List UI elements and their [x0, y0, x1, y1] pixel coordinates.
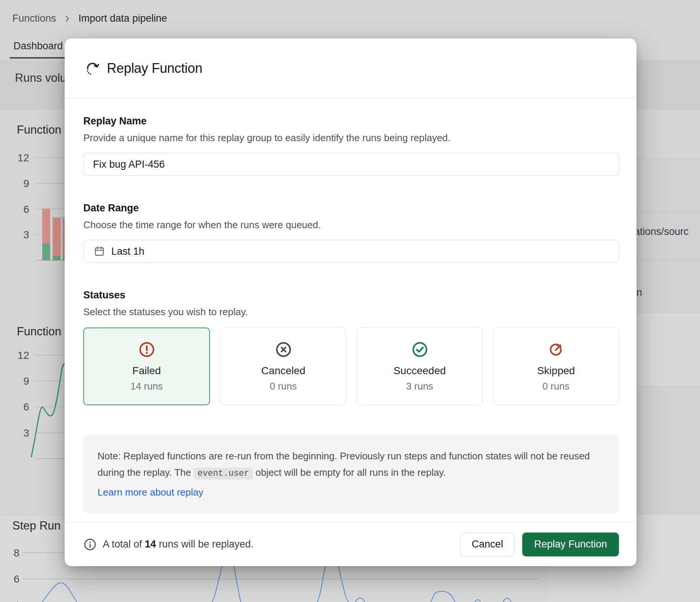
table-row: n	[636, 260, 700, 313]
date-range-label: Date Range	[83, 202, 619, 214]
svg-text:3: 3	[23, 427, 29, 439]
dialog-header: Replay Function	[65, 38, 636, 99]
info-icon	[83, 538, 97, 551]
breadcrumb-functions[interactable]: Functions	[12, 13, 56, 24]
statuses-description: Select the statuses you wish to replay.	[83, 306, 619, 318]
panel-title-step-runs: Step Run	[12, 519, 61, 533]
note-text: Note: Replayed functions are re-run from…	[97, 448, 605, 482]
date-range-value: Last 1h	[111, 246, 145, 257]
svg-text:8: 8	[13, 547, 19, 559]
table-row	[636, 313, 700, 387]
status-card-canceled[interactable]: Canceled 0 runs	[220, 328, 346, 405]
svg-text:6: 6	[13, 573, 19, 585]
breadcrumb: Functions Import data pipeline	[12, 13, 167, 24]
summary-suffix: runs will be replayed.	[156, 539, 254, 550]
background-table: ations/sourc n	[636, 109, 700, 515]
section-title-clipped: Runs volu	[15, 71, 66, 85]
status-card-runs: 3 runs	[406, 381, 433, 392]
replay-name-label: Replay Name	[83, 115, 619, 127]
calendar-icon	[93, 245, 106, 258]
replay-function-button[interactable]: Replay Function	[522, 533, 619, 556]
note-text-after: object will be empty for all runs in the…	[253, 467, 446, 478]
dialog-body: Replay Name Provide a unique name for th…	[65, 99, 636, 522]
svg-text:12: 12	[18, 350, 29, 361]
panel-title-function-line: Function	[17, 325, 61, 338]
status-card-label: Canceled	[261, 365, 305, 377]
status-card-runs: 14 runs	[130, 381, 163, 392]
summary-text: A total of 14 runs will be replayed.	[103, 539, 254, 550]
status-card-label: Failed	[132, 365, 161, 377]
function-line-chart: 12963	[0, 347, 71, 463]
check-circle-icon	[411, 341, 428, 358]
learn-more-link[interactable]: Learn more about replay	[97, 484, 203, 500]
breadcrumb-chevron-icon	[63, 14, 72, 23]
svg-text:9: 9	[23, 178, 29, 189]
note-box: Note: Replayed functions are re-run from…	[83, 435, 619, 513]
status-card-label: Succeeded	[393, 365, 446, 377]
x-circle-icon	[275, 341, 292, 358]
svg-text:3: 3	[23, 229, 29, 241]
replay-icon	[84, 60, 100, 76]
replay-function-dialog: Replay Function Replay Name Provide a un…	[65, 38, 636, 566]
dialog-footer: A total of 14 runs will be replayed. Can…	[65, 522, 636, 566]
statuses-label: Statuses	[83, 289, 619, 301]
replay-summary: A total of 14 runs will be replayed.	[83, 538, 254, 551]
status-card-skipped[interactable]: Skipped 0 runs	[493, 328, 619, 405]
svg-text:6: 6	[23, 204, 29, 215]
arrow-out-circle-icon	[548, 341, 565, 358]
dialog-title: Replay Function	[107, 60, 202, 76]
footer-buttons: Cancel Replay Function	[460, 533, 619, 556]
summary-prefix: A total of	[103, 539, 145, 550]
summary-count: 14	[145, 539, 156, 550]
breadcrumb-current-page: Import data pipeline	[78, 13, 167, 24]
app-root: Functions Import data pipeline Dashboard…	[0, 0, 700, 602]
svg-text:12: 12	[18, 152, 29, 164]
table-row: ations/sourc	[636, 212, 700, 260]
status-card-succeeded[interactable]: Succeeded 3 runs	[357, 328, 483, 405]
replay-name-input[interactable]: Fix bug API-456	[83, 153, 619, 176]
status-card-runs: 0 runs	[270, 381, 297, 392]
table-row	[636, 387, 700, 515]
table-row	[636, 158, 700, 212]
svg-text:4: 4	[13, 599, 19, 602]
replay-name-description: Provide a unique name for this replay gr…	[83, 132, 619, 144]
code-chip: event.user	[194, 468, 253, 480]
replay-name-value: Fix bug API-456	[93, 159, 165, 170]
status-card-runs: 0 runs	[542, 381, 569, 392]
function-bar-chart: 12963	[0, 146, 71, 265]
alert-circle-icon	[138, 341, 155, 358]
status-card-failed[interactable]: Failed 14 runs	[83, 328, 210, 405]
tab-dashboard[interactable]: Dashboard	[13, 40, 63, 52]
svg-text:9: 9	[23, 375, 29, 387]
cancel-button[interactable]: Cancel	[460, 533, 515, 556]
date-range-select[interactable]: Last 1h	[83, 240, 619, 263]
status-cards: Failed 14 runs Canceled 0 runs	[83, 328, 619, 405]
status-card-label: Skipped	[537, 365, 575, 377]
panel-title-function-bars: Function	[17, 123, 61, 137]
svg-text:6: 6	[23, 401, 29, 413]
table-cell-clipped-text: n	[636, 287, 642, 298]
table-cell-clipped-text: ations/sourc	[634, 226, 689, 238]
date-range-description: Choose the time range for when the runs …	[83, 219, 619, 231]
